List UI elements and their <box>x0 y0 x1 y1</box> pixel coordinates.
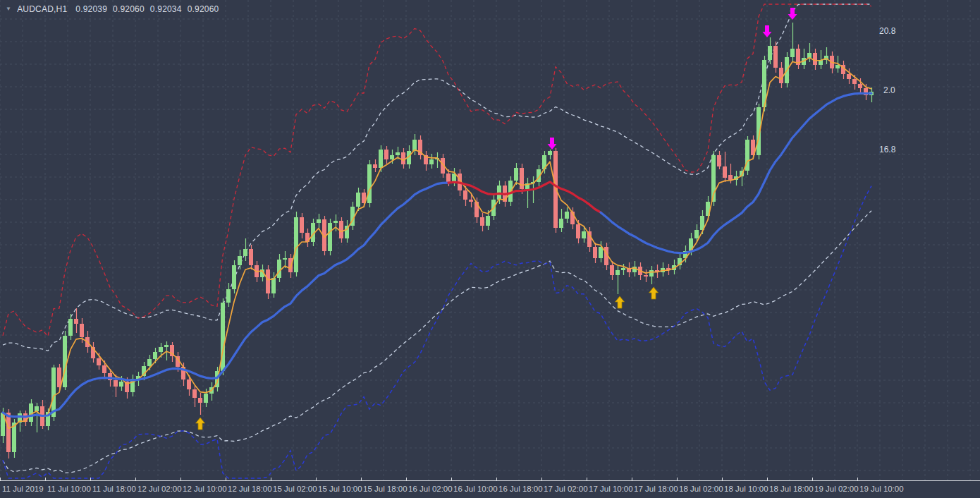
symbol-timeframe-label: AUDCAD,H1 <box>17 4 67 14</box>
candle-body <box>807 53 811 58</box>
candle-body <box>728 175 733 180</box>
candle-body <box>576 224 580 238</box>
candle-body <box>847 74 851 79</box>
candle-body <box>266 269 270 293</box>
candle-body <box>80 324 84 337</box>
time-label: 18 Jul 02:00 <box>679 485 723 493</box>
time-label: 18 Jul 18:00 <box>769 485 814 493</box>
ohlc-close-value: 0.92060 <box>188 4 219 14</box>
candle-body <box>615 270 620 275</box>
candle-body <box>204 394 208 403</box>
candle-body <box>599 247 603 258</box>
candle-body <box>858 84 862 88</box>
candle-body <box>249 249 253 265</box>
price-chart[interactable]: 11 Jul 201911 Jul 10:0011 Jul 18:0012 Ju… <box>0 0 980 498</box>
candle-body <box>333 221 338 223</box>
time-label: 11 Jul 10:00 <box>47 485 91 493</box>
candle-body <box>621 268 625 270</box>
candle-body <box>723 166 727 178</box>
candle-body <box>446 174 451 182</box>
candle-body <box>852 79 857 84</box>
candle-body <box>294 217 298 272</box>
candle-body <box>271 278 276 293</box>
candle-body <box>463 190 467 200</box>
time-label: 12 Jul 18:00 <box>228 485 272 493</box>
candle-body <box>102 365 106 373</box>
chart-background <box>0 0 980 498</box>
candle-body <box>300 217 304 233</box>
candle-body <box>390 155 394 159</box>
candle-body <box>367 164 372 203</box>
candle-body <box>813 53 817 65</box>
candle-body <box>153 352 157 359</box>
candle-body <box>429 159 434 164</box>
candle-body <box>773 46 778 68</box>
candle-body <box>514 168 518 181</box>
candle-body <box>159 347 163 352</box>
candle-body <box>356 193 360 207</box>
candle-body <box>644 275 648 277</box>
candle-body <box>328 223 332 251</box>
candle-body <box>238 256 242 265</box>
price-level-label: 16.8 <box>879 145 896 154</box>
candle-body <box>114 380 118 387</box>
candle-body <box>243 249 247 256</box>
candle-body <box>559 219 563 228</box>
candle-body <box>480 217 484 226</box>
candle-body <box>582 231 586 238</box>
candle-body <box>339 221 343 238</box>
time-label: 15 Jul 10:00 <box>318 485 362 493</box>
ohlc-high-value: 0.92060 <box>113 4 145 14</box>
candle-body <box>63 336 67 387</box>
candle-body <box>768 46 772 60</box>
candle-body <box>548 151 552 155</box>
candle-body <box>565 212 569 219</box>
candle-body <box>373 164 377 168</box>
candle-body <box>198 398 202 403</box>
candle-body <box>68 319 73 336</box>
candle-body <box>520 168 524 189</box>
symbol-header: ▼ AUDCAD,H1 0.92039 0.92060 0.92034 0.92… <box>6 4 219 14</box>
time-label: 16 Jul 18:00 <box>498 485 543 493</box>
candle-body <box>835 65 840 68</box>
candle-body <box>474 202 479 217</box>
candle-body <box>187 379 191 389</box>
time-label: 11 Jul 2019 <box>2 485 44 493</box>
candle-body <box>97 358 101 365</box>
candle-body <box>790 49 795 57</box>
candle-body <box>29 403 33 422</box>
price-level-label: 20.8 <box>879 26 896 36</box>
time-label: 18 Jul 10:00 <box>724 485 768 493</box>
chart-window: 11 Jul 201911 Jul 10:0011 Jul 18:0012 Ju… <box>0 0 980 498</box>
ohlc-low-value: 0.92034 <box>150 4 182 14</box>
candle-body <box>401 152 405 164</box>
candle-body <box>283 258 287 260</box>
candle-body <box>119 382 123 387</box>
candle-body <box>232 265 236 289</box>
time-label: 12 Jul 10:00 <box>183 485 227 493</box>
candle-body <box>486 216 490 226</box>
time-label: 19 Jul 02:00 <box>814 485 859 493</box>
time-label: 11 Jul 18:00 <box>92 485 136 493</box>
candle-body <box>593 247 597 258</box>
candle-body <box>649 270 654 277</box>
time-label: 17 Jul 02:00 <box>544 485 588 493</box>
price-level-label: 2.0 <box>883 85 895 95</box>
candle-body <box>384 150 388 159</box>
candle-body <box>147 359 152 366</box>
ohlc-open-value: 0.92039 <box>75 4 107 14</box>
time-label: 16 Jul 02:00 <box>408 485 453 493</box>
time-label: 17 Jul 18:00 <box>634 485 678 493</box>
time-label: 19 Jul 10:00 <box>859 485 904 493</box>
time-label: 15 Jul 02:00 <box>273 485 317 493</box>
candle-body <box>192 389 197 398</box>
candle-body <box>717 155 721 166</box>
candle-body <box>779 68 783 83</box>
time-label: 16 Jul 10:00 <box>453 485 498 493</box>
candle-body <box>396 152 400 155</box>
time-label: 12 Jul 02:00 <box>137 485 182 493</box>
candle-body <box>694 230 699 238</box>
candle-body <box>51 368 56 417</box>
chart-menu-icon[interactable]: ▼ <box>6 6 11 12</box>
time-label: 15 Jul 18:00 <box>363 485 408 493</box>
